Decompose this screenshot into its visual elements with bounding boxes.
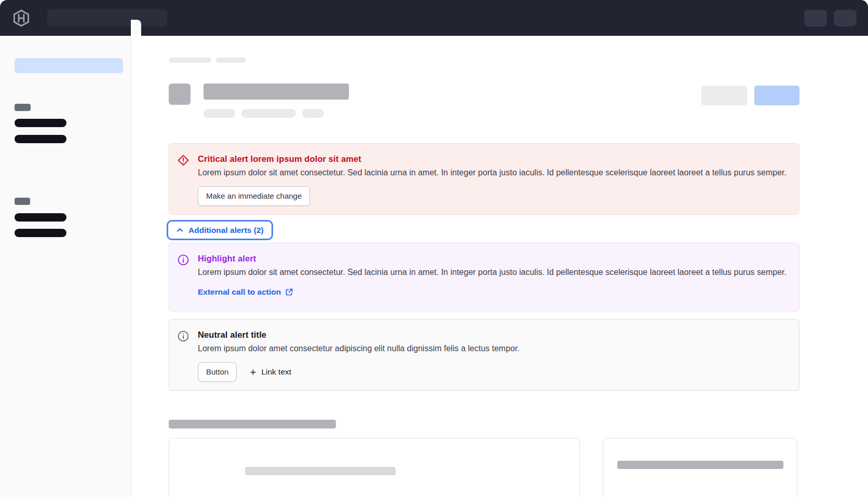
hashicorp-logo-icon xyxy=(12,9,30,27)
breadcrumb-item-skeleton xyxy=(169,58,211,63)
sidebar-item-skeleton[interactable] xyxy=(15,135,66,143)
neutral-alert-body: Neutral alert title Lorem ipsum dolor am… xyxy=(198,328,786,382)
sidebar-item-skeleton[interactable] xyxy=(15,229,66,237)
plus-icon xyxy=(250,369,256,376)
critical-alert: Critical alert lorem ipsum dolor sit ame… xyxy=(169,143,799,215)
card-content-skeleton xyxy=(617,461,783,469)
highlight-alert-title: Highlight alert xyxy=(198,252,786,265)
additional-alerts-toggle[interactable]: Additional alerts (2) xyxy=(167,220,273,240)
breadcrumb xyxy=(169,58,799,63)
nav-search-skeleton[interactable] xyxy=(47,9,167,26)
main-content: Critical alert lorem ipsum dolor sit ame… xyxy=(131,36,868,497)
sidebar-section-label-skeleton xyxy=(15,198,30,205)
header-meta-skeleton xyxy=(204,109,349,118)
sidebar-item-skeleton[interactable] xyxy=(15,119,66,127)
external-link-icon xyxy=(285,288,293,296)
section-title-skeleton xyxy=(169,420,336,429)
nav-user-button-skeleton[interactable] xyxy=(834,10,857,26)
secondary-button-skeleton[interactable] xyxy=(701,86,747,105)
page-header xyxy=(169,84,799,118)
nav-help-button-skeleton[interactable] xyxy=(804,10,827,26)
info-icon xyxy=(177,254,189,266)
header-text-skeleton xyxy=(204,84,349,118)
critical-alert-title: Critical alert lorem ipsum dolor sit ame… xyxy=(198,153,786,165)
external-cta-label: External call to action xyxy=(198,287,281,297)
content-card xyxy=(169,438,580,497)
neutral-alert: Neutral alert title Lorem ipsum dolor am… xyxy=(169,319,799,391)
neutral-alert-description: Lorem ipsum dolor amet consectetur adipi… xyxy=(198,342,786,355)
content-cards xyxy=(169,438,799,497)
alert-diamond-icon xyxy=(177,154,189,167)
page-title-skeleton xyxy=(204,84,349,100)
primary-button-skeleton[interactable] xyxy=(754,86,799,105)
top-nav xyxy=(0,0,868,36)
alerts-region: Critical alert lorem ipsum dolor sit ame… xyxy=(169,143,799,391)
sidebar xyxy=(0,36,131,497)
critical-alert-body: Critical alert lorem ipsum dolor sit ame… xyxy=(198,153,786,206)
meta-chip-skeleton xyxy=(204,109,235,118)
neutral-alert-title: Neutral alert title xyxy=(198,328,786,341)
highlight-alert: Highlight alert Lorem ipsum dolor sit am… xyxy=(169,243,799,311)
highlight-alert-description: Lorem ipsum dolor sit amet consectetur. … xyxy=(198,266,786,279)
sidebar-active-item-skeleton[interactable] xyxy=(15,58,123,73)
sidebar-item-skeleton[interactable] xyxy=(15,213,66,222)
breadcrumb-item-skeleton xyxy=(216,58,246,63)
additional-alerts-label: Additional alerts (2) xyxy=(188,226,264,235)
highlight-alert-body: Highlight alert Lorem ipsum dolor sit am… xyxy=(198,252,786,297)
immediate-change-button[interactable]: Make an immediate change xyxy=(198,186,310,206)
sidebar-section-label-skeleton xyxy=(15,104,31,111)
card-content-skeleton xyxy=(245,467,396,475)
content-card xyxy=(603,438,797,497)
external-cta-link[interactable]: External call to action xyxy=(198,287,293,297)
header-icon-skeleton xyxy=(169,84,191,105)
add-link-label: Link text xyxy=(261,367,291,377)
critical-alert-description: Lorem ipsum dolor sit amet consectetur. … xyxy=(198,167,786,179)
meta-chip-skeleton xyxy=(241,109,296,118)
meta-chip-skeleton xyxy=(302,109,324,118)
info-icon xyxy=(177,330,189,342)
header-actions xyxy=(701,86,799,118)
neutral-alert-actions: Button Link text xyxy=(198,362,786,382)
add-link[interactable]: Link text xyxy=(250,367,291,377)
neutral-button[interactable]: Button xyxy=(198,362,237,382)
chevron-up-icon xyxy=(176,226,184,234)
